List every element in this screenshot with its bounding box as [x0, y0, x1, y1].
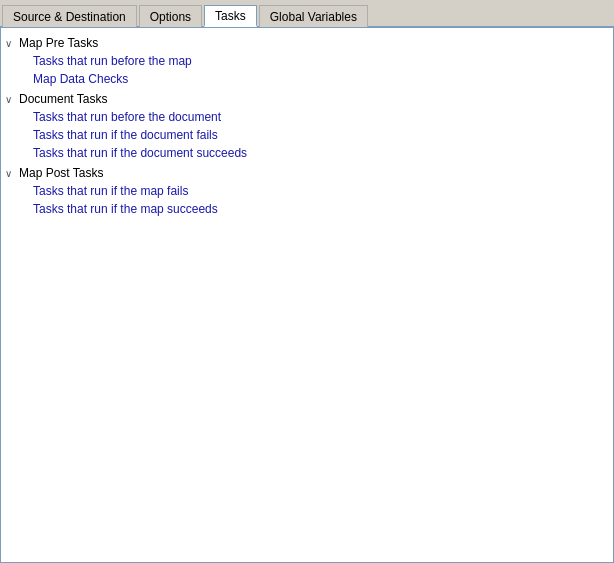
- chevron-icon-map-post-tasks: ∨: [5, 168, 19, 179]
- tree-section-document-tasks: ∨Document TasksTasks that run before the…: [5, 90, 609, 162]
- tree-item-tasks-run-before-doc[interactable]: Tasks that run before the document: [33, 108, 609, 126]
- tree-group-header-map-pre-tasks[interactable]: ∨Map Pre Tasks: [5, 34, 609, 52]
- tree-group-header-document-tasks[interactable]: ∨Document Tasks: [5, 90, 609, 108]
- tree-section-map-pre-tasks: ∨Map Pre TasksTasks that run before the …: [5, 34, 609, 88]
- tree-group-label-document-tasks: Document Tasks: [19, 92, 107, 106]
- tree-children-map-pre-tasks: Tasks that run before the mapMap Data Ch…: [5, 52, 609, 88]
- tree-item-map-data-checks[interactable]: Map Data Checks: [33, 70, 609, 88]
- chevron-icon-document-tasks: ∨: [5, 94, 19, 105]
- tree-group-label-map-pre-tasks: Map Pre Tasks: [19, 36, 98, 50]
- tree-item-tasks-run-if-doc-succeeds[interactable]: Tasks that run if the document succeeds: [33, 144, 609, 162]
- main-content: ∨Map Pre TasksTasks that run before the …: [0, 28, 614, 563]
- tree-group-label-map-post-tasks: Map Post Tasks: [19, 166, 103, 180]
- tree-children-map-post-tasks: Tasks that run if the map failsTasks tha…: [5, 182, 609, 218]
- tree-children-document-tasks: Tasks that run before the documentTasks …: [5, 108, 609, 162]
- chevron-icon-map-pre-tasks: ∨: [5, 38, 19, 49]
- tab-bar: Source & DestinationOptionsTasksGlobal V…: [0, 0, 614, 28]
- tree-group-header-map-post-tasks[interactable]: ∨Map Post Tasks: [5, 164, 609, 182]
- tree-item-tasks-run-if-doc-fails[interactable]: Tasks that run if the document fails: [33, 126, 609, 144]
- tree-item-tasks-run-if-map-succeeds[interactable]: Tasks that run if the map succeeds: [33, 200, 609, 218]
- tree-item-tasks-run-if-map-fails[interactable]: Tasks that run if the map fails: [33, 182, 609, 200]
- tab-options[interactable]: Options: [139, 5, 202, 27]
- tree-item-tasks-run-before-map[interactable]: Tasks that run before the map: [33, 52, 609, 70]
- tab-source-destination[interactable]: Source & Destination: [2, 5, 137, 27]
- tab-tasks[interactable]: Tasks: [204, 5, 257, 27]
- tree-section-map-post-tasks: ∨Map Post TasksTasks that run if the map…: [5, 164, 609, 218]
- tab-global-variables[interactable]: Global Variables: [259, 5, 368, 27]
